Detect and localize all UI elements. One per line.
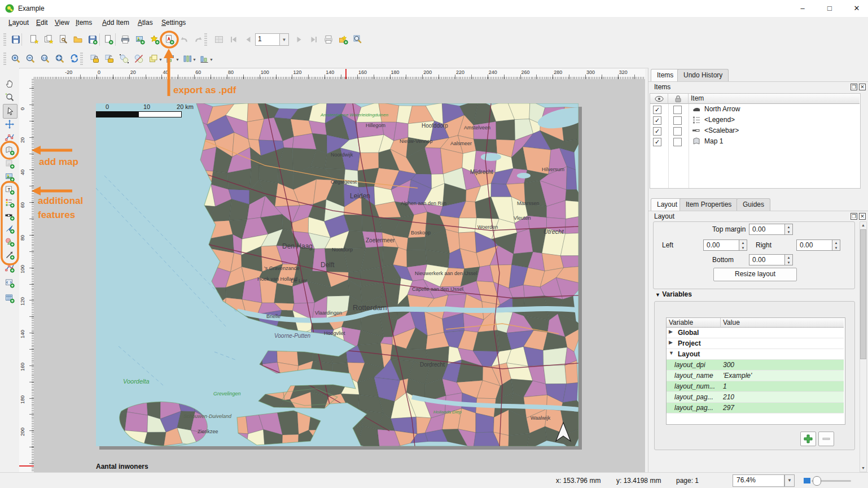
group-items-button[interactable]	[117, 52, 131, 66]
align-selected-items-dropdown-icon[interactable]: ▼	[176, 58, 179, 62]
right-margin-stepper[interactable]: ▲▼	[832, 239, 840, 251]
save-as-template-button[interactable]	[86, 33, 99, 46]
add-node-item-tool[interactable]	[3, 261, 16, 274]
add-shape-tool[interactable]	[3, 235, 16, 249]
save-project-button[interactable]	[9, 33, 23, 46]
items-row[interactable]: ✓<Legend>	[650, 115, 860, 125]
tab-items[interactable]: Items	[651, 69, 680, 81]
edit-nodes-item-tool[interactable]	[3, 130, 16, 144]
zoom-tool-tool[interactable]	[3, 90, 16, 104]
tab-guides[interactable]: Guides	[737, 198, 770, 211]
panel-scrollbar[interactable]: ▲ ▼	[860, 221, 867, 472]
close-panel-icon[interactable]: ✕	[859, 213, 866, 220]
float-panel-icon[interactable]: ❐	[851, 84, 857, 90]
variables-table[interactable]: Variable Value ▶Global▶Project▼Layoutlay…	[666, 317, 845, 425]
select-move-item-tool[interactable]	[3, 104, 17, 119]
expand-icon[interactable]: ▶	[669, 339, 673, 345]
expand-icon[interactable]: ▼	[669, 350, 674, 356]
zoom-out-button[interactable]	[24, 52, 37, 66]
variables-group-row[interactable]: ▶Global	[667, 328, 844, 338]
move-item-content-tool[interactable]	[3, 117, 16, 131]
atlas-page-combo[interactable]: 1	[255, 33, 280, 46]
menu-view[interactable]: View	[52, 18, 72, 29]
float-panel-icon[interactable]: ❐	[851, 213, 857, 220]
zoom-actual-size-button[interactable]: 1:1	[38, 52, 52, 66]
lock-selected-items-button[interactable]	[88, 52, 102, 66]
atlas-settings-button[interactable]	[351, 33, 365, 46]
menu-layout[interactable]: Layout	[6, 18, 32, 29]
zoom-in-button[interactable]	[9, 52, 23, 66]
ungroup-items-button[interactable]	[132, 52, 146, 66]
items-row[interactable]: ✓<Scalebar>	[650, 125, 860, 136]
add-north-arrow-tool[interactable]	[3, 222, 16, 236]
add-legend-tool[interactable]	[3, 196, 16, 210]
item-lock-checkbox[interactable]	[673, 138, 682, 146]
zoom-full-button[interactable]	[53, 52, 67, 66]
resize-items-dropdown-icon[interactable]: ▼	[209, 58, 213, 62]
export-as-pdf-button[interactable]	[163, 33, 176, 46]
open-folder-button[interactable]	[71, 33, 85, 46]
item-lock-checkbox[interactable]	[673, 116, 682, 125]
items-list[interactable]: Item ✓North Arrow✓<Legend>✓<Scalebar>✓Ma…	[650, 93, 861, 189]
item-visibility-checkbox[interactable]: ✓	[653, 106, 661, 114]
top-margin-input[interactable]: 0.00	[749, 224, 785, 235]
add-map-tool[interactable]	[3, 143, 16, 157]
items-row[interactable]: ✓North Arrow	[650, 104, 860, 115]
duplicate-layout-button[interactable]	[42, 33, 55, 46]
maximize-button[interactable]: □	[821, 3, 838, 14]
raise-selected-items-dropdown-icon[interactable]: ▼	[159, 58, 163, 62]
item-lock-checkbox[interactable]	[673, 106, 682, 114]
top-margin-stepper[interactable]: ▲▼	[784, 224, 793, 235]
item-visibility-checkbox[interactable]: ✓	[653, 127, 661, 136]
variables-section-header[interactable]: ▼ Variables	[655, 290, 692, 298]
layout-canvas[interactable]: 01020 kmAantal inwoners0 - 785785 - 2090…	[34, 79, 645, 472]
menu-add-item[interactable]: Add Item	[99, 18, 132, 29]
close-button[interactable]: ✕	[848, 3, 865, 14]
export-as-svg-button[interactable]	[148, 33, 161, 46]
resize-layout-button[interactable]: Resize layout	[713, 268, 797, 281]
scalebar-item[interactable]: 01020 km	[96, 448, 186, 463]
item-visibility-checkbox[interactable]: ✓	[653, 116, 661, 125]
variable-row[interactable]: layout_pag...297	[667, 403, 844, 413]
bottom-margin-stepper[interactable]: ▲▼	[784, 254, 793, 265]
layout-page-map[interactable]: 01020 kmAantal inwoners0 - 785785 - 2090…	[96, 103, 578, 446]
tab-undo-history[interactable]: Undo History	[677, 69, 729, 81]
remove-variable-button[interactable]	[818, 432, 834, 446]
pan-layout-tool[interactable]	[3, 77, 16, 90]
variables-group-row[interactable]: ▶Project	[667, 338, 844, 349]
variables-group-row[interactable]: ▼Layout	[667, 349, 844, 360]
add-html-frame-tool[interactable]	[3, 276, 16, 290]
layout-manager-button[interactable]	[56, 33, 70, 46]
menu-edit[interactable]: Edit	[33, 18, 51, 29]
add-picture-tool[interactable]	[3, 170, 16, 184]
tab-layout[interactable]: Layout	[651, 198, 683, 211]
add-variable-button[interactable]	[800, 432, 816, 446]
legend-item[interactable]: Aantal inwoners0 - 785785 - 20902090 - 4…	[96, 463, 192, 472]
add-3d-map-tool[interactable]	[3, 157, 16, 171]
print-layout-button[interactable]	[119, 33, 132, 46]
new-report-button[interactable]	[102, 33, 115, 46]
zoom-combo-dropdown-icon[interactable]: ▼	[784, 474, 795, 487]
left-margin-input[interactable]: 0.00	[703, 239, 739, 251]
menu-items[interactable]: Items	[73, 18, 95, 29]
variable-row[interactable]: layout_dpi300	[667, 360, 844, 371]
scrollbar-thumb[interactable]	[860, 229, 866, 359]
add-attribute-table-tool[interactable]	[3, 291, 16, 305]
menu-atlas[interactable]: Atlas	[135, 18, 156, 29]
add-scalebar-tool[interactable]	[3, 209, 16, 223]
items-row[interactable]: ✓Map 1	[650, 136, 860, 147]
item-visibility-checkbox[interactable]: ✓	[653, 138, 661, 146]
bottom-margin-input[interactable]: 0.00	[749, 254, 785, 265]
variable-row[interactable]: layout_pag...210	[667, 392, 844, 403]
add-label-tool[interactable]: T	[3, 183, 16, 197]
right-margin-input[interactable]: 0.00	[796, 239, 832, 251]
zoom-level-combo[interactable]: 76.4%	[733, 474, 784, 487]
minimize-button[interactable]: –	[794, 3, 811, 14]
unlock-all-items-button[interactable]	[103, 52, 116, 66]
new-layout-button[interactable]	[27, 33, 41, 46]
expand-icon[interactable]: ▶	[669, 329, 673, 334]
refresh-view-button[interactable]	[68, 52, 81, 66]
left-margin-stepper[interactable]: ▲▼	[739, 239, 747, 251]
add-arrow-tool[interactable]	[3, 248, 16, 262]
item-lock-checkbox[interactable]	[673, 127, 682, 136]
